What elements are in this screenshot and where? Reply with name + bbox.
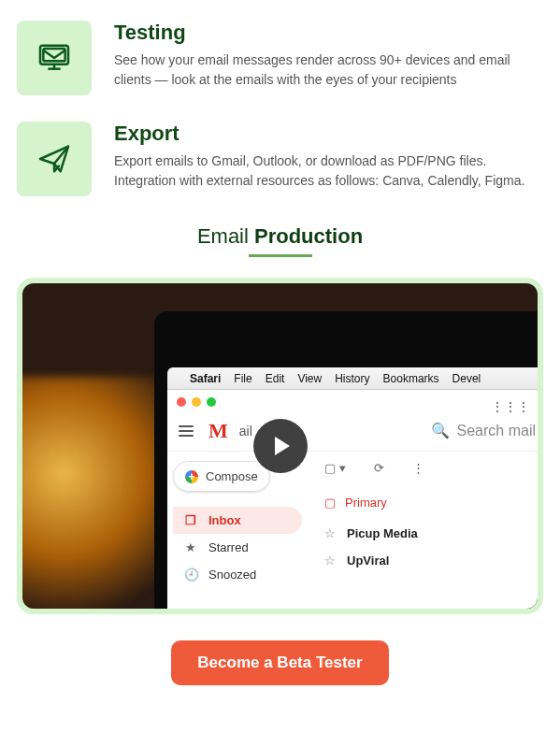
maximize-icon <box>207 397 216 407</box>
minimize-icon <box>192 397 201 407</box>
cta-button[interactable]: Become a Beta Tester <box>171 640 388 685</box>
menu-icon <box>179 425 194 437</box>
refresh-icon: ⟳ <box>374 461 384 475</box>
select-icon: ▢ ▾ <box>324 461 346 475</box>
divider <box>249 254 312 257</box>
menu-item: Edit <box>266 372 285 385</box>
gmail-logo: M <box>208 419 228 443</box>
primary-icon: ▢ <box>324 496 336 510</box>
menu-item: Bookmarks <box>383 372 439 385</box>
feature-export: Export Export emails to Gmail, Outlook, … <box>17 122 543 196</box>
plus-icon <box>185 470 198 483</box>
star-icon: ☆ <box>324 553 336 568</box>
feature-title: Export <box>114 122 543 146</box>
feature-desc: Export emails to Gmail, Outlook, or down… <box>114 151 543 191</box>
feature-desc: See how your email messages render acros… <box>114 50 543 90</box>
testing-icon <box>17 21 92 95</box>
more-icon: ⋮ <box>412 461 424 475</box>
play-icon[interactable] <box>253 419 308 473</box>
svg-rect-1 <box>43 49 65 61</box>
laptop-frame: Safari File Edit View History Bookmarks … <box>154 311 543 614</box>
apps-grid-icon: ⋮⋮⋮ <box>491 399 530 414</box>
menu-item: View <box>297 372 322 385</box>
sidebar-item-starred: ★ Starred <box>173 534 302 561</box>
search-input: 🔍 Search mail <box>431 422 536 439</box>
sidebar-item-inbox: ❐ Inbox <box>173 507 302 534</box>
section-title: Email Production <box>17 224 543 249</box>
inbox-icon: ❐ <box>184 513 197 527</box>
close-icon <box>177 397 186 407</box>
feature-testing: Testing See how your email messages rend… <box>17 21 543 95</box>
traffic-lights <box>167 390 543 410</box>
clock-icon: 🕘 <box>184 568 197 582</box>
primary-tab: ▢ Primary <box>324 496 543 510</box>
menu-item: Safari <box>190 372 221 385</box>
gmail-logo-text: ail <box>239 424 252 438</box>
safari-menu-bar: Safari File Edit View History Bookmarks … <box>167 367 543 390</box>
menu-item: Devel <box>452 372 481 385</box>
mail-row: ☆ Picup Media <box>324 526 543 540</box>
mail-toolbar: ▢ ▾ ⟳ ⋮ <box>324 461 543 475</box>
menu-item: File <box>234 372 251 385</box>
star-icon: ☆ <box>324 526 336 540</box>
export-icon <box>17 122 92 196</box>
menu-item: History <box>335 372 369 385</box>
star-icon: ★ <box>184 540 197 554</box>
sidebar-item-snoozed: 🕘 Snoozed <box>173 561 302 588</box>
mail-row: ☆ UpViral <box>324 553 543 568</box>
compose-button: Compose <box>173 461 270 492</box>
search-icon: 🔍 <box>431 422 450 439</box>
feature-title: Testing <box>114 21 543 45</box>
gmail-window: ⋮⋮⋮ M ail 🔍 Search mail Compose ❐ <box>167 390 543 614</box>
video-card[interactable]: Safari File Edit View History Bookmarks … <box>17 278 543 614</box>
